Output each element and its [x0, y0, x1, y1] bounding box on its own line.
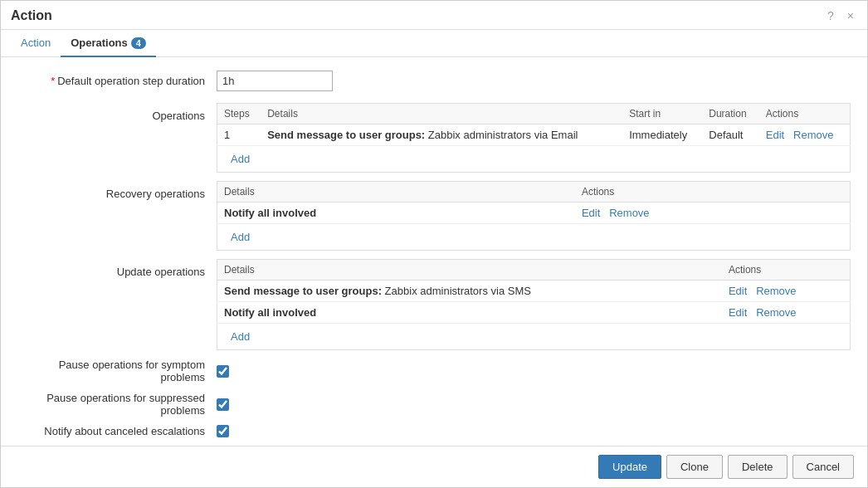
upd-actions-0: Edit Remove [722, 281, 851, 302]
operations-section: Operations Steps Details Start in Durati… [17, 103, 851, 173]
update-button[interactable]: Update [598, 455, 661, 479]
ops-edit-button[interactable]: Edit [766, 129, 784, 141]
operations-table: Steps Details Start in Duration Actions … [217, 103, 851, 173]
table-row: Send message to user groups: Zabbix admi… [217, 281, 851, 302]
table-row: 1 Send message to user groups: Zabbix ad… [217, 124, 851, 146]
rec-add-link[interactable]: Add [224, 228, 256, 246]
dialog-title: Action [11, 8, 52, 23]
notify-canceled-label: Notify about canceled escalations [17, 425, 217, 437]
dialog-footer: Update Clone Delete Cancel [1, 446, 867, 487]
ops-remove-button[interactable]: Remove [793, 129, 833, 141]
dialog-body: *Default operation step duration Operati… [1, 57, 867, 446]
table-row: Notify all involved Edit Remove [217, 302, 851, 324]
upd-edit-button-0[interactable]: Edit [729, 285, 747, 297]
ops-actions: Edit Remove [759, 124, 851, 146]
step-duration-label: *Default operation step duration [17, 71, 217, 87]
pause-symptom-label: Pause operations for symptom problems [17, 359, 217, 383]
pause-symptom-checkbox[interactable] [217, 365, 229, 378]
pause-symptom-row: Pause operations for symptom problems [17, 359, 851, 383]
update-content: Details Actions Send message to user gro… [217, 259, 851, 350]
col-start-in: Start in [622, 104, 702, 124]
ops-steps: 1 [217, 124, 261, 146]
tabs: Action Operations4 [1, 30, 867, 57]
step-duration-input[interactable] [217, 71, 333, 91]
ops-duration: Default [702, 124, 759, 146]
ops-start-in: Immediately [622, 124, 702, 146]
upd-col-actions: Actions [722, 260, 851, 281]
upd-details-0: Send message to user groups: Zabbix admi… [217, 281, 722, 302]
rec-add-row: Add [217, 224, 851, 251]
col-duration: Duration [702, 104, 759, 124]
upd-add-link[interactable]: Add [224, 328, 256, 345]
recovery-content: Details Actions Notify all involved Edit [217, 181, 851, 251]
notify-canceled-row: Notify about canceled escalations [17, 425, 851, 437]
ops-details: Send message to user groups: Zabbix admi… [261, 124, 622, 146]
col-steps: Steps [217, 104, 261, 124]
upd-details-1: Notify all involved [217, 302, 722, 324]
delete-button[interactable]: Delete [728, 455, 788, 479]
update-label: Update operations [17, 259, 217, 278]
upd-edit-button-1[interactable]: Edit [729, 306, 747, 319]
cancel-button[interactable]: Cancel [792, 455, 854, 479]
tab-operations-badge: 4 [131, 37, 146, 49]
upd-col-details: Details [217, 260, 722, 281]
rec-col-actions: Actions [575, 182, 851, 203]
step-duration-row: *Default operation step duration [17, 71, 851, 91]
update-table: Details Actions Send message to user gro… [217, 259, 851, 350]
pause-suppressed-checkbox[interactable] [217, 398, 229, 411]
notify-canceled-checkbox[interactable] [217, 425, 229, 437]
ops-add-row: Add [217, 146, 851, 173]
upd-actions-1: Edit Remove [722, 302, 851, 324]
recovery-table: Details Actions Notify all involved Edit [217, 181, 851, 251]
ops-add-link[interactable]: Add [224, 150, 256, 168]
dialog: Action ? × Action Operations4 *Default o… [0, 0, 868, 488]
rec-edit-button[interactable]: Edit [582, 207, 600, 219]
update-section: Update operations Details Actions Send m… [17, 259, 851, 350]
pause-suppressed-row: Pause operations for suppressed problems [17, 392, 851, 417]
rec-details: Notify all involved [217, 203, 575, 224]
col-details: Details [261, 104, 622, 124]
dialog-controls: ? × [824, 7, 857, 24]
recovery-section: Recovery operations Details Actions Noti… [17, 181, 851, 251]
tab-operations[interactable]: Operations4 [61, 30, 156, 57]
help-button[interactable]: ? [824, 7, 837, 24]
recovery-label: Recovery operations [17, 181, 217, 200]
rec-actions: Edit Remove [575, 203, 851, 224]
tab-action[interactable]: Action [11, 30, 61, 57]
clone-button[interactable]: Clone [666, 455, 723, 479]
dialog-title-bar: Action ? × [1, 1, 867, 30]
rec-col-details: Details [217, 182, 575, 203]
upd-add-row: Add [217, 324, 851, 350]
upd-remove-button-0[interactable]: Remove [756, 285, 796, 297]
col-actions: Actions [759, 104, 851, 124]
pause-suppressed-label: Pause operations for suppressed problems [17, 392, 217, 417]
close-button[interactable]: × [844, 7, 857, 24]
rec-remove-button[interactable]: Remove [609, 207, 649, 219]
required-star: * [51, 75, 55, 87]
operations-content: Steps Details Start in Duration Actions … [217, 103, 851, 173]
table-row: Notify all involved Edit Remove [217, 203, 851, 224]
upd-remove-button-1[interactable]: Remove [756, 306, 796, 319]
operations-label: Operations [17, 103, 217, 122]
